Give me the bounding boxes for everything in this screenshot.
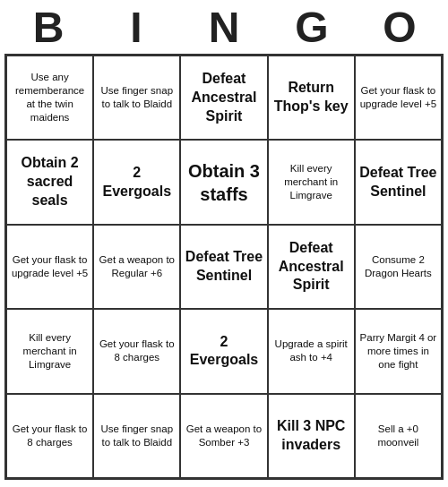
bingo-cell-19[interactable]: Parry Margit 4 or more times in one figh… xyxy=(355,309,442,393)
bingo-cell-18[interactable]: Upgrade a spirit ash to +4 xyxy=(268,309,355,393)
bingo-cell-14[interactable]: Consume 2 Dragon Hearts xyxy=(355,225,442,309)
bingo-cell-9[interactable]: Defeat Tree Sentinel xyxy=(355,140,442,224)
header-letter-g: G xyxy=(271,3,352,52)
bingo-grid: Use any rememberance at the twin maidens… xyxy=(4,54,444,480)
header-letter-o: O xyxy=(359,3,440,52)
bingo-cell-13[interactable]: Defeat Ancestral Spirit xyxy=(268,225,355,309)
bingo-cell-24[interactable]: Sell a +0 moonveil xyxy=(355,394,442,478)
header-letter-b: B xyxy=(8,3,89,52)
bingo-header: BINGO xyxy=(4,0,444,54)
bingo-cell-5[interactable]: Obtain 2 sacred seals xyxy=(6,140,93,224)
bingo-cell-3[interactable]: Return Thop's key xyxy=(268,56,355,140)
bingo-cell-0[interactable]: Use any rememberance at the twin maidens xyxy=(6,56,93,140)
bingo-cell-17[interactable]: 2 Evergoals xyxy=(180,309,267,393)
bingo-cell-2[interactable]: Defeat Ancestral Spirit xyxy=(180,56,267,140)
bingo-cell-22[interactable]: Get a weapon to Somber +3 xyxy=(180,394,267,478)
bingo-cell-8[interactable]: Kill every merchant in Limgrave xyxy=(268,140,355,224)
bingo-cell-10[interactable]: Get your flask to upgrade level +5 xyxy=(6,225,93,309)
bingo-cell-15[interactable]: Kill every merchant in Limgrave xyxy=(6,309,93,393)
bingo-cell-20[interactable]: Get your flask to 8 charges xyxy=(6,394,93,478)
bingo-cell-12[interactable]: Defeat Tree Sentinel xyxy=(180,225,267,309)
header-letter-i: I xyxy=(96,3,177,52)
bingo-cell-1[interactable]: Use finger snap to talk to Blaidd xyxy=(93,56,180,140)
bingo-cell-23[interactable]: Kill 3 NPC invaders xyxy=(268,394,355,478)
bingo-cell-4[interactable]: Get your flask to upgrade level +5 xyxy=(355,56,442,140)
header-letter-n: N xyxy=(184,3,264,52)
bingo-cell-6[interactable]: 2 Evergoals xyxy=(93,140,180,224)
bingo-cell-21[interactable]: Use finger snap to talk to Blaidd xyxy=(93,394,180,478)
bingo-cell-7[interactable]: Obtain 3 staffs xyxy=(180,140,267,224)
bingo-cell-11[interactable]: Get a weapon to Regular +6 xyxy=(93,225,180,309)
bingo-cell-16[interactable]: Get your flask to 8 charges xyxy=(93,309,180,393)
